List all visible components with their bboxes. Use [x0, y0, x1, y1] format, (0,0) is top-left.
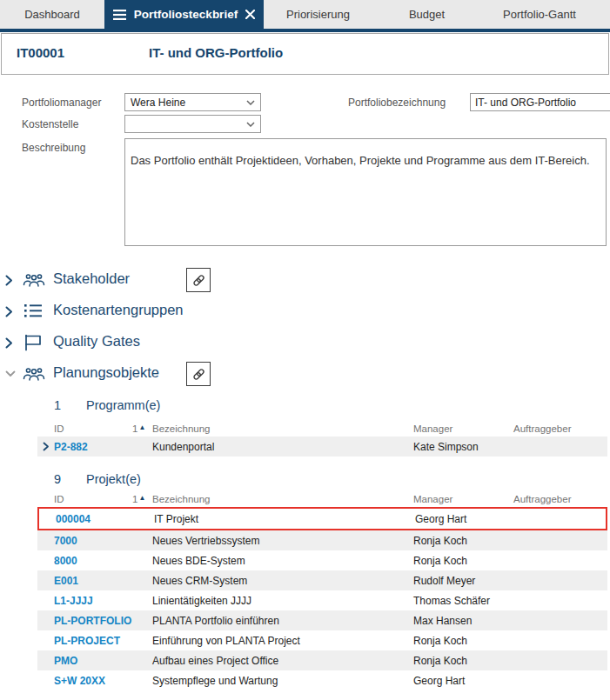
projekte-table: ID 1▲ Bezeichnung Manager Auftraggeber 0…: [37, 491, 607, 690]
chevron-down-icon: [246, 100, 255, 105]
row-manager: Kate Simpson: [413, 441, 513, 453]
table-row[interactable]: PL-PORTFOLIOPLANTA Portfolio einführenMa…: [37, 610, 607, 630]
row-id-link[interactable]: PL-PROJECT: [54, 635, 132, 647]
col-id[interactable]: ID: [54, 494, 132, 504]
row-bezeichnung: Linientätigkeiten JJJJ: [152, 595, 413, 607]
col-manager[interactable]: Manager: [413, 494, 513, 504]
section-kostenartengruppen[interactable]: Kostenartengruppen: [0, 299, 610, 323]
sort-asc-icon: ▲: [138, 495, 145, 502]
col-bezeichnung[interactable]: Bezeichnung: [152, 494, 413, 504]
list-icon: [23, 302, 45, 321]
portfoliobezeichnung-input[interactable]: [470, 93, 610, 111]
row-id-link[interactable]: S+W 20XX: [54, 675, 132, 687]
sort-asc-icon: ▲: [138, 424, 145, 431]
programme-table-header: ID 1▲ Bezeichnung Manager Auftraggeber: [37, 421, 607, 436]
people-icon: [23, 364, 45, 383]
row-manager: Max Hansen: [413, 615, 513, 627]
row-bezeichnung: Neues CRM-System: [152, 575, 413, 587]
col-id[interactable]: ID: [54, 423, 132, 434]
link-button[interactable]: [186, 362, 211, 386]
portfoliomanager-select[interactable]: Wera Heine: [124, 93, 261, 111]
sort-indicator[interactable]: 1▲: [132, 423, 152, 434]
projekte-table-header: ID 1▲ Bezeichnung Manager Auftraggeber: [37, 491, 607, 506]
row-bezeichnung: Kundenportal: [152, 441, 413, 453]
menu-icon[interactable]: [113, 10, 126, 20]
col-auftraggeber[interactable]: Auftraggeber: [513, 494, 607, 504]
tab-dashboard[interactable]: Dashboard: [0, 0, 104, 29]
flag-icon: [23, 333, 45, 352]
table-row[interactable]: E001Neues CRM-SystemRudolf Meyer: [37, 570, 607, 590]
chevron-right-icon[interactable]: [5, 275, 13, 286]
row-bezeichnung: PLANTA Portfolio einführen: [152, 615, 413, 627]
section-label: Kostenartengruppen: [53, 302, 184, 318]
tabbar-underline: [0, 29, 610, 32]
portfoliomanager-label: Portfoliomanager: [22, 97, 101, 109]
row-bezeichnung: Systempflege und Wartung: [152, 675, 413, 687]
row-id-link[interactable]: PMO: [54, 655, 132, 667]
row-manager: Ronja Koch: [413, 555, 513, 567]
chevron-right-icon[interactable]: [5, 306, 13, 317]
table-row[interactable]: 8000Neues BDE-SystemRonja Koch: [37, 550, 607, 570]
beschreibung-label: Beschreibung: [22, 142, 85, 154]
section-quality-gates[interactable]: Quality Gates: [0, 330, 610, 355]
row-id-link[interactable]: 8000: [54, 555, 132, 567]
table-row[interactable]: L1-JJJJLinientätigkeiten JJJJThomas Schä…: [37, 590, 607, 610]
row-expand-icon[interactable]: [37, 442, 54, 451]
chevron-down-icon: [246, 122, 255, 127]
row-manager: Thomas Schäfer: [413, 595, 513, 607]
table-row[interactable]: PMOAufbau eines Project OfficeRonja Koch: [37, 650, 607, 670]
projekte-title: Projekt(e): [86, 472, 141, 486]
row-bezeichnung: Einführung von PLANTA Project: [152, 635, 413, 647]
portfolio-id-card: IT00001 IT- und ORG-Portfolio: [1, 33, 609, 75]
row-bezeichnung: Neues Vertriebssystem: [152, 535, 413, 547]
chevron-down-icon[interactable]: [5, 370, 13, 382]
row-id-link[interactable]: E001: [54, 575, 132, 587]
section-label: Quality Gates: [53, 333, 140, 350]
tab-bar: Dashboard Portfoliosteckbrief Priorisier…: [0, 0, 610, 29]
kostenstelle-select[interactable]: [124, 115, 261, 133]
row-manager: Ronja Koch: [413, 655, 513, 667]
row-manager: Ronja Koch: [413, 535, 513, 547]
section-label: Planungsobjekte: [53, 364, 159, 381]
tab-priorisierung[interactable]: Priorisierung: [264, 0, 372, 29]
programme-title: Programm(e): [86, 398, 160, 412]
col-bezeichnung[interactable]: Bezeichnung: [152, 423, 413, 434]
chevron-right-icon[interactable]: [5, 337, 13, 349]
beschreibung-textarea[interactable]: Das Portfolio enthält Projektideen, Vorh…: [124, 138, 607, 246]
kostenstelle-label: Kostenstelle: [22, 118, 78, 130]
row-id-link[interactable]: 7000: [54, 535, 132, 547]
row-id-link[interactable]: 000004: [56, 513, 134, 525]
row-id-link[interactable]: P2-882: [54, 441, 132, 453]
tab-budget[interactable]: Budget: [372, 0, 481, 29]
row-bezeichnung: Aufbau eines Project Office: [152, 655, 413, 667]
row-id-link[interactable]: L1-JJJJ: [54, 595, 132, 607]
col-manager[interactable]: Manager: [413, 423, 513, 434]
portfoliobezeichnung-label: Portfoliobezeichnung: [348, 97, 446, 109]
table-row[interactable]: 000004IT ProjektGeorg Hart: [37, 507, 607, 530]
sort-indicator[interactable]: 1▲: [132, 494, 152, 504]
table-row[interactable]: P2-882KundenportalKate Simpson: [37, 437, 607, 457]
row-manager: Georg Hart: [415, 513, 515, 525]
col-auftraggeber[interactable]: Auftraggeber: [513, 423, 607, 434]
projekte-count: 9: [54, 472, 61, 486]
link-button[interactable]: [186, 268, 211, 292]
tab-label: Portfoliosteckbrief: [134, 8, 238, 21]
portfolio-title: IT- und ORG-Portfolio: [149, 45, 283, 60]
table-row[interactable]: PL-PROJECTEinführung von PLANTA ProjectR…: [37, 630, 607, 650]
portfolio-id: IT00001: [17, 45, 64, 60]
row-id-link[interactable]: PL-PORTFOLIO: [54, 615, 132, 627]
row-manager: Georg Hart: [413, 675, 513, 687]
close-icon[interactable]: [245, 10, 255, 19]
table-row[interactable]: 7000Neues VertriebssystemRonja Koch: [37, 530, 607, 550]
row-manager: Ronja Koch: [413, 635, 513, 647]
tab-portfoliosteckbrief[interactable]: Portfoliosteckbrief: [104, 0, 264, 29]
table-row[interactable]: S+W 20XXSystempflege und WartungGeorg Ha…: [37, 670, 607, 690]
row-bezeichnung: Neues BDE-System: [152, 555, 413, 567]
row-bezeichnung: IT Projekt: [154, 513, 415, 525]
tab-portfolio-gantt[interactable]: Portfolio-Gantt: [474, 0, 605, 29]
section-planungsobjekte[interactable]: Planungsobjekte: [0, 362, 610, 386]
row-manager: Rudolf Meyer: [413, 575, 513, 587]
programme-count: 1: [54, 398, 61, 412]
programme-table: ID 1▲ Bezeichnung Manager Auftraggeber P…: [37, 421, 607, 457]
section-stakeholder[interactable]: Stakeholder: [0, 268, 610, 292]
